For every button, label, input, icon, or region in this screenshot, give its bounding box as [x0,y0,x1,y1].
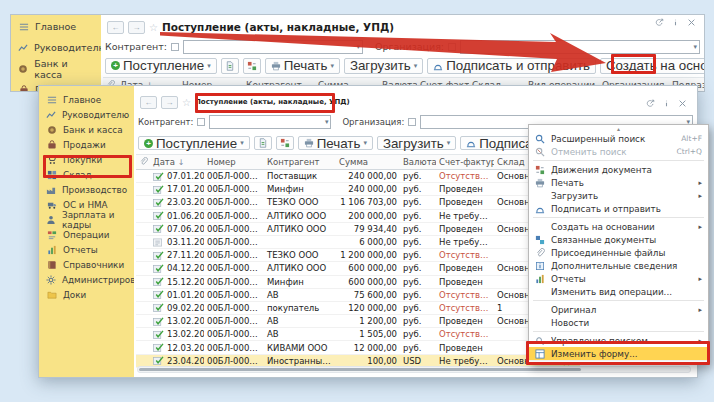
table-row[interactable]: 01.01.202400БЛ-000004АВ75 600,00руб.Отсу… [136,288,580,301]
menu-item-8[interactable]: Создать на основании▸ [529,220,708,233]
column-header[interactable]: Номер [204,155,264,170]
document-button[interactable] [221,58,239,74]
table-row[interactable]: 12.03.202400БЛ-000005КИВАМИ ООО12 000,00… [136,341,580,354]
horizontal-scrollbar[interactable] [137,366,691,373]
menu-item-chart-bars[interactable]: Отчеты▸ [529,272,708,285]
table-row[interactable]: 04.12.202300БЛ-000007АЛТИКО ООО600 000,0… [136,262,580,275]
menu-item-search-cancel[interactable]: Отменить поискCtrl+Q [529,145,708,158]
table-row[interactable]: 15.12.202300БЛ-000008Минфин600 000,00руб… [136,275,580,288]
document-movements-button[interactable] [243,58,261,74]
menu-item-form[interactable]: Изменить форму... [529,347,708,360]
attachments-column-header[interactable] [136,155,150,170]
back-button[interactable]: ← [107,21,124,34]
menu-item-document-movements[interactable]: Движения документа [529,163,708,176]
sidebar-item-list[interactable]: Главное [39,92,134,107]
cell-counterparty: АВ [264,315,336,328]
back-button[interactable]: ← [140,96,157,109]
counterparty-checkbox[interactable] [197,118,205,126]
menu-item-13[interactable]: Изменить вид операции... [529,285,708,298]
get-link-icon[interactable] [655,18,664,27]
menu-item-label: Отменить поиск [551,147,671,157]
sidebar-item-person[interactable]: Зарплата и кадры [39,212,134,227]
counterparty-checkbox[interactable] [171,43,179,51]
menu-item-sign[interactable]: Подписать и отправить [529,202,708,215]
chevron-down-icon: ▾ [240,139,244,147]
create-receipt-button[interactable]: +Поступление▾ [105,58,217,74]
submenu-arrow-icon: ▸ [698,337,702,345]
menu-item-15[interactable]: Оригинал▸ [529,303,708,316]
sidebar-item-cart[interactable]: Покупки [39,152,134,167]
sidebar-item-chart-bars[interactable]: Отчеты [39,242,134,257]
chevron-down-icon[interactable]: ▾ [325,118,329,127]
load-button[interactable]: Загрузить▾ [344,58,423,74]
sidebar-item-factory[interactable]: Производство [39,182,134,197]
table-row[interactable]: 01.06.202300БЛ-000010АЛТИКО ООО200 000,0… [136,209,580,222]
info-icon[interactable] [671,18,680,27]
load-button[interactable]: Загрузить▾ [377,136,456,150]
document-movements-button[interactable] [276,136,294,150]
table-row[interactable]: 27.11.202300БЛ-000006ТЕЗКО ООО1 200 000,… [136,249,580,262]
sidebar-item-list[interactable]: Главное [11,17,101,36]
menu-item-paperclip[interactable]: Присоединенные файлы [529,246,708,259]
table-row[interactable]: 13.02.202400БЛ-000003АВ1 505,00руб.Отсут… [136,328,580,341]
menu-item-5[interactable]: Загрузить▸ [529,189,708,202]
column-header[interactable]: Сумма [336,155,400,170]
create-receipt-button[interactable]: +Поступление▾ [138,136,250,150]
counterparty-input[interactable]: ▾ [183,40,363,54]
sidebar-item-bag[interactable]: Продажи [39,137,134,152]
sidebar-item-chart-line[interactable]: Руководителю [39,107,134,122]
menu-item-16[interactable]: Новости [529,316,708,329]
scrollbar-thumb[interactable] [139,368,581,371]
info-icon[interactable] [662,99,671,108]
document-posted-icon [153,211,164,220]
organization-checkbox[interactable] [448,43,456,51]
cell-attachment [136,341,150,354]
sidebar-item-coin[interactable]: Банк и касса [11,59,101,78]
forward-button[interactable]: → [161,96,178,109]
create-based-button[interactable]: Создать на основании▾ [600,58,705,74]
chevron-down-icon[interactable]: ▾ [693,43,697,52]
table-row[interactable]: 17.01.202300БЛ-000001Минфин240 000,00руб… [136,183,580,196]
printer-icon [271,61,281,71]
sidebar-item-coin[interactable]: Банк и касса [39,122,134,137]
print-button[interactable]: Печать▾ [298,136,373,150]
column-header[interactable]: Контрагент [264,155,336,170]
menu-item-related-documents[interactable]: Связанные документы [529,233,708,246]
chevron-down-icon: ▾ [414,62,418,70]
table-row[interactable]: 09.02.202400БЛ-000001покупатель120 000,0… [136,301,580,314]
print-button[interactable]: Печать▾ [265,58,340,74]
sidebar-item-gear[interactable]: Администрирование [39,272,134,287]
table-row[interactable]: 23.03.202300БЛ-000003ТЕЗКО ООО1 106 703,… [136,196,580,209]
sidebar-item-book[interactable]: Справочники [39,257,134,272]
favorite-star-icon[interactable]: ☆ [149,22,158,33]
menu-item-search[interactable]: Расширенный поискAlt+F [529,132,708,145]
column-header[interactable]: Дата ↓ [150,155,204,170]
document-button[interactable] [254,136,272,150]
organization-checkbox[interactable] [408,118,416,126]
column-header[interactable]: Счет-фактура [436,155,494,170]
column-header[interactable]: Валюта [400,155,436,170]
favorite-star-icon[interactable]: ☆ [182,97,191,108]
sidebar-item-chart-line[interactable]: Руководителю [11,38,101,57]
table-row[interactable]: 07.06.202300БЛ-000009АЛТИКО ООО79 934,40… [136,222,580,235]
cell-invoice: Проведен [436,341,494,354]
table-row[interactable]: 07.01.202300БЛ-000002Поставщик240 000,00… [136,170,580,183]
organization-input[interactable]: ▾ [460,40,700,54]
forward-button[interactable]: → [128,21,145,34]
sidebar-item-folder[interactable]: Доки [39,287,134,302]
menu-item-info-doc[interactable]: Дополнительные сведения [529,259,708,272]
close-icon[interactable] [678,99,687,108]
sign-send-button[interactable]: Подписать и отправить [427,58,596,74]
menu-item-printer[interactable]: Печать▸ [529,176,708,189]
submenu-arrow-icon: ▸ [698,306,702,314]
menu-item-search-small[interactable]: Управление поиском▸ [529,334,708,347]
sidebar-item-grid[interactable]: Склад [39,167,134,182]
counterparty-input[interactable]: ▾ [209,115,331,129]
cell-sum: 200 000,00 [336,209,400,222]
close-icon[interactable] [687,18,696,27]
table-row[interactable]: 03.11.202300БЛ-0000056 000,00руб.Не треб… [136,235,580,248]
table-row[interactable]: 13.02.202400БЛ-000002АВ1 200,00руб.Прове… [136,315,580,328]
cell-number: 00БЛ-000005 [204,341,264,354]
chevron-down-icon[interactable]: ▾ [356,43,360,52]
get-link-icon[interactable] [646,99,655,108]
